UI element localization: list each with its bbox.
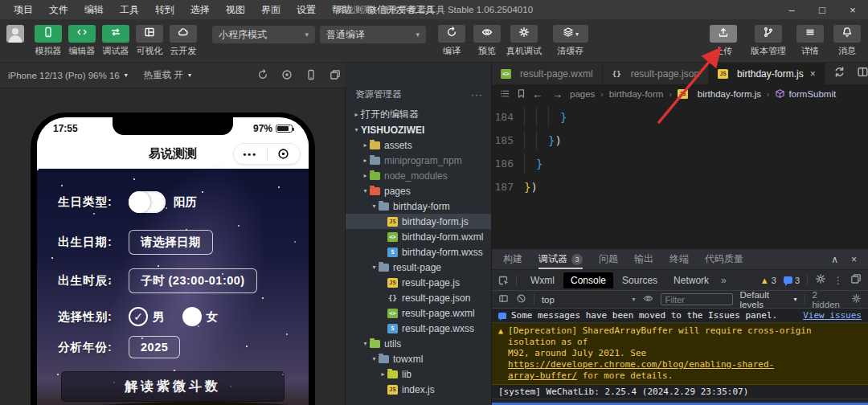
debugger-toggle[interactable]: 调试器 <box>98 25 133 57</box>
editor-toggle[interactable]: 编辑器 <box>64 25 100 57</box>
dock-side-icon[interactable] <box>850 273 862 287</box>
warning-count[interactable]: ▲ 3 <box>760 276 776 285</box>
breadcrumb-file[interactable]: birthday-form.js <box>698 89 761 99</box>
hot-reload-select[interactable]: 热重载 开 ▾ <box>136 69 199 81</box>
record-icon[interactable] <box>281 69 293 82</box>
menu-item-1[interactable]: 文件 <box>42 0 76 19</box>
console-settings-gear-icon[interactable] <box>851 293 862 305</box>
panel-tab-code-quality[interactable]: 代码质量 <box>705 249 743 269</box>
clear-console-icon[interactable] <box>516 293 526 305</box>
breadcrumb-folder[interactable]: pages <box>570 89 595 99</box>
bookmark-icon[interactable] <box>516 88 526 100</box>
devtools-tab-network[interactable]: Network <box>666 272 716 288</box>
file-tree-item[interactable]: <>result-page.wxml <box>346 305 491 321</box>
kebab-menu-icon[interactable]: ⋮ <box>833 275 843 286</box>
close-panel-icon[interactable]: × <box>851 254 857 265</box>
editor-tab-result-page-json[interactable]: {}result-page.json <box>603 63 709 84</box>
editor-tab-result-page-wxml[interactable]: <>result-page.wxml <box>492 63 603 84</box>
device-debug-button[interactable] <box>510 25 538 43</box>
menu-item-6[interactable]: 视图 <box>219 0 252 19</box>
file-tree-item[interactable]: ▾pages <box>346 183 491 198</box>
upload-action[interactable]: 上传 <box>706 25 741 57</box>
more-actions-icon[interactable]: ··· <box>471 89 483 100</box>
filter-input[interactable] <box>661 293 733 305</box>
message-count[interactable]: 3 <box>784 276 800 285</box>
inspect-element-icon[interactable] <box>498 275 517 286</box>
outline-icon[interactable] <box>500 88 510 100</box>
detach-window-icon[interactable] <box>330 69 341 82</box>
compile-mode-select[interactable]: 普通编译 ▾ <box>320 26 426 43</box>
console-sidebar-icon[interactable] <box>498 293 509 305</box>
file-tree-item[interactable]: ▾YISHUOZIWEI <box>346 122 491 137</box>
panel-tab-build[interactable]: 构建 <box>503 249 522 269</box>
cloud-dev-toggle[interactable]: 云开发 <box>166 25 201 57</box>
user-avatar[interactable] <box>6 25 24 43</box>
navigate-back-icon[interactable]: ← <box>532 88 542 100</box>
file-tree-item[interactable]: ▸miniprogram_npm <box>346 153 491 168</box>
editor-button[interactable] <box>68 25 96 43</box>
simulator-toggle[interactable]: 模拟器 <box>31 25 66 57</box>
messages-button[interactable] <box>833 25 861 43</box>
split-editor-icon[interactable] <box>857 66 868 81</box>
devtools-tab-sources[interactable]: Sources <box>615 272 665 288</box>
file-tree-item[interactable]: ▾result-page <box>346 260 491 275</box>
file-tree-item[interactable]: ▸lib <box>346 366 491 382</box>
details-action[interactable]: 详情 <box>792 25 828 57</box>
file-tree-item[interactable]: {}result-page.json <box>346 290 491 305</box>
exit-target-button[interactable] <box>268 148 301 160</box>
warning-link[interactable]: https://developer.chrome.com/blog/enabli… <box>508 359 774 370</box>
clear-cache-action[interactable]: ▾清缓存 <box>550 25 592 57</box>
calendar-type-toggle[interactable] <box>129 191 166 213</box>
messages-action[interactable]: 消息 <box>829 25 865 57</box>
phone-frame-icon[interactable] <box>305 69 317 82</box>
breadcrumb-symbol[interactable]: formSubmit <box>775 88 836 100</box>
debugger-button[interactable] <box>102 25 129 43</box>
device-select[interactable]: iPhone 12/13 (Pro) 96% 16 ▾ <box>0 71 136 80</box>
gender-option-male[interactable]: ✓ 男 <box>129 307 165 326</box>
menu-item-3[interactable]: 工具 <box>113 0 146 19</box>
code-line-187[interactable]: 187}) <box>492 175 868 198</box>
panel-tab-output[interactable]: 输出 <box>634 249 653 269</box>
file-tree-item[interactable]: Sbirthday-form.wxss <box>346 244 491 260</box>
file-tree-item[interactable]: JSresult-page.js <box>346 275 491 290</box>
menu-item-8[interactable]: 设置 <box>289 0 323 19</box>
editor-tab-birthday-form-js[interactable]: JSbirthday-form.js× <box>709 63 825 84</box>
submit-button[interactable]: 解读紫微斗数 <box>61 371 285 402</box>
log-levels-select[interactable]: Default levels ▾ <box>740 290 797 309</box>
code-line-184[interactable]: 184} <box>492 105 868 129</box>
visualization-toggle[interactable]: 可视化 <box>132 25 167 57</box>
file-tree-item[interactable]: <>birthday-form.wxml <box>346 229 491 244</box>
navigate-forward-icon[interactable]: → <box>552 88 563 100</box>
file-tree-item[interactable]: ▸assets <box>346 137 491 153</box>
close-button[interactable]: × <box>837 0 868 19</box>
compile-button[interactable] <box>438 25 465 43</box>
file-tree-item[interactable]: Sresult-page.wxss <box>346 321 491 336</box>
collapse-panel-icon[interactable]: ∧ <box>831 254 838 265</box>
mode-select[interactable]: 小程序模式 ▾ <box>212 26 315 43</box>
panel-tab-terminal[interactable]: 终端 <box>669 249 689 269</box>
file-tree-item[interactable]: ▾towxml <box>346 351 491 366</box>
devtools-tab-wxml[interactable]: Wxml <box>523 272 562 288</box>
menu-item-7[interactable]: 界面 <box>254 0 288 19</box>
code-line-186[interactable]: 186} <box>492 152 868 175</box>
details-button[interactable] <box>796 25 824 43</box>
preview-button[interactable] <box>473 25 501 43</box>
close-tab-icon[interactable]: × <box>810 68 816 80</box>
preview-action[interactable]: 预览 <box>466 25 508 57</box>
file-tree-item[interactable]: ▸node_modules <box>346 168 491 183</box>
devtools-tab-console[interactable]: Console <box>563 272 613 288</box>
gear-icon[interactable] <box>815 273 826 287</box>
upload-button[interactable] <box>710 25 737 43</box>
menu-item-4[interactable]: 转到 <box>148 0 182 19</box>
context-select[interactable]: top ▾ <box>542 295 636 305</box>
more-tabs-icon[interactable]: » <box>718 275 730 286</box>
year-input[interactable]: 2025 <box>129 336 180 358</box>
clear-cache-button[interactable]: ▾ <box>553 25 588 43</box>
file-tree-item[interactable]: ▾utils <box>346 336 491 351</box>
file-tree-item[interactable]: ▾birthday-form <box>346 198 491 214</box>
minimize-button[interactable]: – <box>776 0 807 19</box>
file-tree-item[interactable]: JSindex.js <box>346 382 491 397</box>
cloud-dev-button[interactable] <box>170 25 197 43</box>
file-tree-item[interactable]: ▸打开的编辑器 <box>346 107 491 122</box>
code-line-185[interactable]: 185}) <box>492 129 868 152</box>
